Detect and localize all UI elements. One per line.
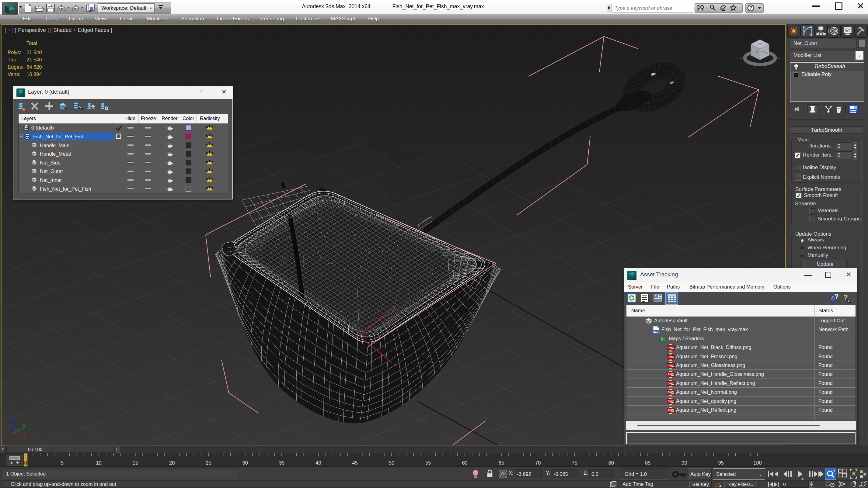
- svg-text:15: 15: [133, 460, 138, 465]
- svg-text:?: ?: [834, 292, 839, 301]
- svg-text:25: 25: [206, 460, 211, 465]
- svg-text:PNG: PNG: [668, 364, 674, 367]
- svg-text:PNG: PNG: [668, 382, 674, 386]
- svg-text:0: 0: [24, 460, 27, 465]
- svg-text:PNG: PNG: [668, 391, 674, 394]
- svg-text:70: 70: [535, 460, 540, 465]
- svg-text:x: x: [23, 435, 26, 442]
- svg-text:5: 5: [61, 460, 64, 465]
- svg-text:80: 80: [609, 460, 614, 465]
- svg-text:65: 65: [499, 460, 504, 465]
- svg-text:y: y: [393, 305, 396, 310]
- svg-text:Fish_Net_for_Pet_Fish: Fish_Net_for_Pet_Fish: [40, 186, 91, 192]
- svg-text:100: 100: [753, 460, 762, 465]
- svg-text:0 (default): 0 (default): [31, 125, 54, 130]
- svg-text:y: y: [23, 422, 26, 429]
- svg-text:z: z: [11, 418, 14, 424]
- svg-text:PNG: PNG: [668, 373, 674, 377]
- svg-text:PNG: PNG: [668, 346, 674, 350]
- svg-text:Handle_Main: Handle_Main: [40, 142, 69, 149]
- svg-text:PNG: PNG: [668, 400, 674, 403]
- svg-text:30: 30: [243, 460, 248, 465]
- svg-text:90: 90: [682, 460, 687, 465]
- svg-text:60: 60: [462, 460, 467, 465]
- svg-text:45: 45: [352, 460, 358, 465]
- svg-text:75: 75: [572, 460, 577, 465]
- svg-text:50: 50: [389, 460, 394, 465]
- svg-text:PNG: PNG: [668, 355, 674, 359]
- svg-text:85: 85: [645, 460, 650, 465]
- svg-text:PNG: PNG: [668, 409, 674, 412]
- svg-text:Net_Outer: Net_Outer: [40, 168, 63, 174]
- svg-text:20: 20: [169, 460, 175, 465]
- svg-text:TOP: TOP: [757, 43, 763, 45]
- svg-text:95: 95: [718, 460, 724, 465]
- svg-text:x: x: [394, 362, 396, 367]
- svg-text:35: 35: [279, 460, 284, 465]
- svg-text:?: ?: [749, 5, 752, 11]
- svg-text:Handle_Metal: Handle_Metal: [40, 151, 71, 157]
- svg-text:10: 10: [96, 460, 101, 465]
- svg-text:40: 40: [315, 460, 321, 465]
- svg-text:Fish_Net_for_Pet_Fish: Fish_Net_for_Pet_Fish: [33, 134, 85, 139]
- svg-text:55: 55: [425, 460, 431, 465]
- svg-text:MAX: MAX: [653, 331, 658, 333]
- svg-text:Net_Inner: Net_Inner: [40, 177, 62, 183]
- svg-text:Net_Side: Net_Side: [40, 160, 61, 166]
